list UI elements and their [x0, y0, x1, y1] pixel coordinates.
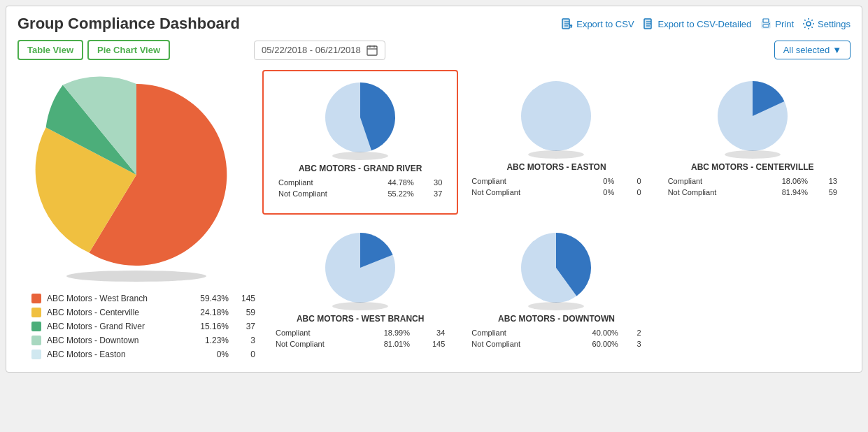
view-buttons: Table View Pie Chart View	[17, 40, 170, 60]
legend-item: ABC Motors - Downtown 1.23% 3	[31, 336, 255, 345]
legend-pct: 0%	[197, 350, 229, 359]
legend-pct: 24.18%	[197, 308, 229, 317]
settings-button[interactable]: Settings	[802, 17, 851, 30]
dealer-name: ABC MOTORS - CENTERVILLE	[691, 162, 814, 172]
legend-count: 145	[234, 294, 255, 303]
legend-color	[31, 336, 41, 345]
svg-point-19	[66, 271, 206, 282]
mini-pie-chart	[711, 74, 795, 158]
dealer-card[interactable]: ABC MOTORS - EASTON Compliant 0% 0 Not C…	[458, 70, 654, 215]
legend: ABC Motors - West Branch 59.43% 145 ABC …	[17, 294, 255, 359]
main-content: ABC Motors - West Branch 59.43% 145 ABC …	[17, 70, 851, 363]
legend-count: 37	[234, 322, 255, 331]
legend-color	[31, 350, 41, 359]
export-csv-button[interactable]: Export to CSV	[561, 17, 634, 30]
legend-label: ABC Motors - Downtown	[47, 336, 192, 345]
all-selected-button[interactable]: All selected ▼	[774, 41, 851, 59]
mini-pie-chart	[318, 75, 402, 159]
dealer-card[interactable]: ABC MOTORS - CENTERVILLE Compliant 18.06…	[655, 70, 851, 215]
legend-pct: 15.16%	[197, 322, 229, 331]
svg-point-29	[528, 302, 584, 310]
toolbar-row: Table View Pie Chart View 05/22/2018 - 0…	[17, 40, 851, 60]
dealer-card[interactable]: ABC MOTORS - WEST BRANCH Compliant 18.99…	[262, 222, 458, 363]
date-range-text: 05/22/2018 - 06/21/2018	[262, 45, 361, 55]
right-panel: ABC MOTORS - GRAND RIVER Compliant 44.78…	[255, 70, 851, 363]
mini-pie-chart	[514, 226, 598, 310]
svg-point-27	[332, 302, 388, 310]
svg-point-25	[725, 150, 781, 159]
pie-chart-view-button[interactable]: Pie Chart View	[87, 40, 170, 60]
legend-pct: 59.43%	[197, 294, 229, 303]
svg-point-13	[769, 23, 770, 24]
dealer-card[interactable]: ABC MOTORS - GRAND RIVER Compliant 44.78…	[262, 70, 458, 215]
mini-pie-chart	[514, 74, 598, 158]
calendar-icon	[367, 45, 378, 56]
dealer-name: ABC MOTORS - WEST BRANCH	[297, 314, 424, 324]
date-picker[interactable]: 05/22/2018 - 06/21/2018	[254, 41, 385, 60]
legend-count: 3	[234, 336, 255, 345]
page-title: Group Compliance Dashboard	[17, 15, 240, 33]
legend-label: ABC Motors - Centerville	[47, 308, 192, 317]
dashboard-container: Group Compliance Dashboard Export to CSV…	[6, 6, 862, 373]
left-panel: ABC Motors - West Branch 59.43% 145 ABC …	[17, 70, 255, 363]
export-csv-detailed-button[interactable]: Export to CSV-Detailed	[643, 17, 752, 30]
legend-count: 0	[234, 350, 255, 359]
print-icon	[760, 17, 772, 30]
svg-point-21	[332, 152, 388, 160]
big-pie-chart	[31, 70, 241, 287]
dealer-name: ABC MOTORS - GRAND RIVER	[299, 164, 422, 173]
dealer-name: ABC MOTORS - DOWNTOWN	[498, 314, 615, 324]
legend-color	[31, 294, 41, 303]
dealer-stats: Compliant 40.00% 2 Not Compliant 60.00% …	[461, 326, 651, 350]
legend-item: ABC Motors - Grand River 15.16% 37	[31, 322, 255, 331]
legend-item: ABC Motors - West Branch 59.43% 145	[31, 294, 255, 303]
legend-item: ABC Motors - Centerville 24.18% 59	[31, 308, 255, 317]
svg-rect-11	[763, 19, 769, 22]
legend-color	[31, 308, 41, 317]
dealer-stats: Compliant 44.78% 30 Not Compliant 55.22%…	[268, 176, 453, 200]
svg-rect-15	[367, 46, 377, 55]
legend-count: 59	[234, 308, 255, 317]
dealer-stats: Compliant 0% 0 Not Compliant 0% 0	[461, 175, 651, 199]
export-csv-icon	[561, 17, 574, 30]
mini-pie-chart	[318, 226, 402, 310]
legend-pct: 1.23%	[197, 336, 229, 345]
dealer-name: ABC MOTORS - EASTON	[506, 162, 606, 172]
svg-rect-12	[763, 24, 769, 27]
settings-icon	[802, 17, 815, 30]
print-button[interactable]: Print	[760, 17, 794, 30]
dealer-stats: Compliant 18.99% 34 Not Compliant 81.01%…	[265, 326, 455, 350]
dropdown-arrow-icon: ▼	[832, 45, 841, 55]
legend-label: ABC Motors - West Branch	[47, 294, 192, 303]
legend-item: ABC Motors - Easton 0% 0	[31, 350, 255, 359]
dealer-card[interactable]: ABC MOTORS - DOWNTOWN Compliant 40.00% 2…	[458, 222, 654, 363]
legend-label: ABC Motors - Easton	[47, 350, 192, 359]
legend-color	[31, 322, 41, 331]
dealer-stats: Compliant 18.06% 13 Not Compliant 81.94%…	[657, 175, 848, 199]
legend-label: ABC Motors - Grand River	[47, 322, 192, 331]
export-csv-detailed-icon	[643, 17, 655, 30]
svg-point-23	[528, 150, 584, 159]
header-actions: Export to CSV Export to CSV-Detailed Pri…	[561, 17, 851, 30]
table-view-button[interactable]: Table View	[17, 40, 83, 60]
svg-point-14	[806, 22, 811, 26]
header-row: Group Compliance Dashboard Export to CSV…	[17, 15, 851, 33]
svg-point-22	[521, 81, 591, 151]
